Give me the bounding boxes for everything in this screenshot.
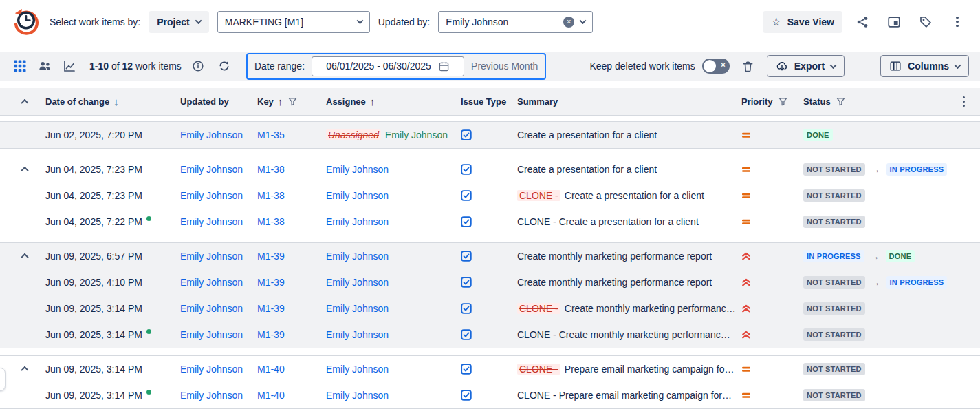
summary-text: CLONE - Create monthly marketing perform… [517, 329, 730, 340]
column-header-key[interactable]: Key [257, 96, 274, 107]
filter-icon[interactable] [836, 97, 845, 106]
created-dot [146, 216, 151, 221]
work-item-key-link[interactable]: M1-38 [257, 164, 285, 175]
work-item-key-link[interactable]: M1-38 [257, 216, 285, 227]
more-button[interactable] [946, 11, 969, 33]
updated-by-link[interactable]: Emily Johnson [180, 390, 243, 401]
columns-button[interactable]: Columns [880, 55, 969, 77]
updated-by-label: Updated by: [378, 17, 431, 28]
removed-summary-text: CLONE - [517, 190, 560, 201]
column-header-summary[interactable]: Summary [517, 96, 558, 107]
updated-by-link[interactable]: Emily Johnson [180, 277, 243, 288]
work-item-key-link[interactable]: M1-35 [257, 129, 285, 140]
share-button[interactable] [851, 11, 874, 33]
assignee-link[interactable]: Emily Johnson [326, 303, 389, 314]
floating-edge-tab[interactable] [0, 368, 6, 391]
clear-filter-icon[interactable]: × [563, 17, 574, 28]
updated-by-select[interactable]: Emily Johnson × [438, 11, 593, 33]
assignee-link[interactable]: Emily Johnson [326, 190, 389, 201]
delete-button[interactable] [737, 55, 760, 77]
scope-dropdown[interactable]: Project [149, 11, 208, 33]
summary-text: Create monthly marketing performance rep… [517, 251, 712, 262]
people-view-button[interactable] [36, 57, 54, 75]
removed-summary-text: CLONE - [517, 364, 560, 375]
updated-by-link[interactable]: Emily Johnson [180, 303, 243, 314]
work-item-key-link[interactable]: M1-39 [257, 251, 285, 262]
assignee-link[interactable]: Emily Johnson [326, 251, 389, 262]
table-row: Jun 09, 2025, 4:10 PM Emily Johnson M1-3… [0, 269, 980, 295]
task-icon [461, 329, 472, 340]
column-header-assignee[interactable]: Assignee [326, 96, 366, 107]
collapse-group-icon[interactable] [21, 253, 28, 259]
chart-view-button[interactable] [61, 57, 78, 75]
save-view-button[interactable]: ☆ Save View [763, 11, 842, 33]
assignee-link[interactable]: Emily Johnson [326, 216, 389, 227]
updated-by-link[interactable]: Emily Johnson [180, 164, 243, 175]
filter-icon[interactable] [778, 97, 787, 106]
trash-icon [741, 60, 754, 73]
refresh-icon [218, 60, 230, 72]
assignee-link[interactable]: Emily Johnson [326, 390, 389, 401]
keep-deleted-toggle[interactable]: × [702, 59, 730, 74]
table-header: Date of change ↓ Updated by Key ↑ Assign… [0, 88, 980, 116]
column-header-status[interactable]: Status [803, 96, 831, 107]
collapse-group-icon[interactable] [21, 167, 28, 172]
project-select[interactable]: MARKETING [M1] [217, 11, 370, 33]
window-button[interactable] [882, 11, 906, 33]
column-header-issue-type[interactable]: Issue Type [461, 96, 506, 107]
work-item-key-link[interactable]: M1-39 [257, 303, 285, 314]
assignee-link[interactable]: Emily Johnson [326, 277, 389, 288]
updated-by-link[interactable]: Emily Johnson [180, 216, 243, 227]
table-row: Jun 09, 2025, 6:57 PM Emily Johnson M1-3… [0, 243, 980, 269]
sort-desc-icon[interactable]: ↓ [113, 96, 119, 107]
work-item-key-link[interactable]: M1-39 [257, 329, 285, 340]
calendar-icon[interactable] [438, 61, 450, 72]
date-range-input[interactable]: 06/01/2025 - 06/30/2025 [312, 56, 464, 76]
sort-asc-icon[interactable]: ↑ [278, 96, 283, 107]
column-header-updated-by[interactable]: Updated by [180, 96, 229, 107]
column-header-date-of-change[interactable]: Date of change [45, 96, 109, 107]
updated-by-link[interactable]: Emily Johnson [180, 129, 243, 140]
assignee-link[interactable]: Emily Johnson [326, 329, 389, 340]
assignee-link[interactable]: Emily Johnson [326, 364, 389, 375]
status-to-badge: IN PROGRESS [886, 163, 948, 176]
export-button[interactable]: Export [767, 55, 845, 77]
collapse-group-icon[interactable] [21, 366, 28, 372]
date-preset-label[interactable]: Previous Month [471, 61, 538, 72]
work-item-key-link[interactable]: M1-40 [257, 390, 285, 401]
assignee-link[interactable]: Emily Johnson [326, 164, 389, 175]
project-select-value: MARKETING [M1] [225, 17, 303, 28]
column-header-priority[interactable]: Priority [741, 96, 773, 107]
export-icon [776, 60, 788, 72]
change-date: Jun 02, 2025, 7:20 PM [45, 129, 142, 140]
info-button[interactable] [188, 55, 208, 77]
refresh-button[interactable] [215, 55, 234, 77]
priority-medium-icon [741, 364, 751, 374]
table-view-button[interactable] [11, 57, 29, 75]
task-icon [461, 277, 472, 288]
updated-by-link[interactable]: Emily Johnson [180, 251, 243, 262]
work-item-key-link[interactable]: M1-39 [257, 277, 285, 288]
status-to-badge: DONE [886, 250, 915, 262]
priority-medium-icon [741, 217, 751, 227]
sort-asc-icon[interactable]: ↑ [370, 96, 375, 107]
updated-by-link[interactable]: Emily Johnson [180, 329, 243, 340]
updated-by-link[interactable]: Emily Johnson [180, 364, 243, 375]
new-assignee: Emily Johnson [385, 129, 448, 140]
table-row: Jun 09, 2025, 3:14 PM Emily Johnson M1-3… [0, 322, 980, 348]
old-assignee: Unassigned [326, 129, 381, 140]
priority-high-icon [741, 304, 751, 313]
work-item-key-link[interactable]: M1-40 [257, 364, 285, 375]
toggle-off-icon: × [721, 61, 725, 69]
collapse-all-icon[interactable] [21, 99, 28, 105]
change-date: Jun 04, 2025, 7:23 PM [45, 164, 142, 175]
tag-button[interactable] [914, 11, 937, 33]
status-arrow-icon: → [871, 251, 880, 262]
summary-text: Create a presentation for a client [517, 129, 657, 140]
row-group: Jun 02, 2025, 7:20 PM Emily Johnson M1-3… [0, 121, 980, 149]
table-options-icon[interactable] [963, 96, 965, 107]
updated-by-link[interactable]: Emily Johnson [180, 190, 243, 201]
work-item-key-link[interactable]: M1-38 [257, 190, 285, 201]
table-body: Jun 02, 2025, 7:20 PM Emily Johnson M1-3… [0, 121, 980, 409]
filter-icon[interactable] [288, 97, 297, 106]
